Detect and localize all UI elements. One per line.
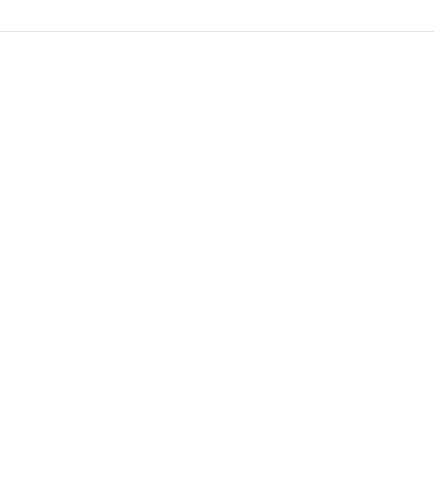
column-headers bbox=[0, 17, 434, 32]
breadcrumb[interactable] bbox=[0, 0, 434, 17]
